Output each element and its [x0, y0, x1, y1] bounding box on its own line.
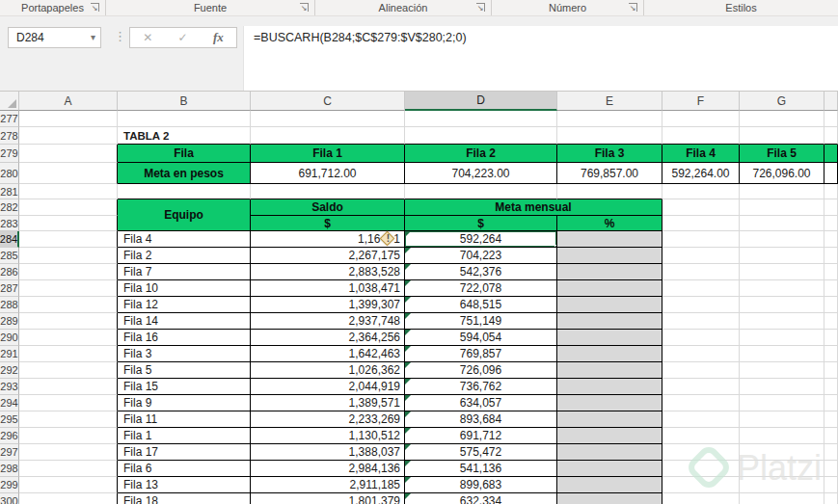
meta-cell[interactable]: 893,684 [405, 411, 557, 428]
saldo-cell[interactable]: 1,642,463 [251, 346, 405, 362]
percent-cell[interactable] [557, 379, 662, 395]
table2-value[interactable]: 691,712.00 [251, 163, 405, 184]
meta-cell[interactable]: 691,712 [405, 428, 557, 444]
row-header[interactable]: 293 [0, 379, 19, 395]
saldo-cell[interactable]: 1,038,471 [251, 280, 405, 297]
saldo-cell[interactable]: 1,399,307 [251, 297, 405, 313]
cell[interactable] [824, 297, 838, 313]
cell[interactable] [19, 111, 118, 127]
percent-cell[interactable] [557, 444, 662, 461]
row-header[interactable]: 282 [0, 199, 19, 216]
team-cell[interactable]: Fila 16 [118, 330, 251, 346]
cell[interactable] [662, 231, 740, 248]
row-header[interactable]: 278 [0, 127, 19, 145]
cell[interactable] [740, 346, 824, 362]
formula-input[interactable]: =BUSCARH(B284;$C$279:$V$280;2;0) [243, 26, 838, 91]
cell[interactable] [824, 127, 838, 145]
column-header-g[interactable]: G [740, 92, 824, 111]
cell[interactable] [662, 477, 740, 493]
cell[interactable] [740, 395, 824, 411]
cancel-icon[interactable]: ✕ [143, 31, 152, 44]
meta-cell[interactable]: 648,515 [405, 297, 557, 313]
cell[interactable] [19, 163, 118, 184]
dialog-launcher-icon[interactable]: ↘ [476, 3, 485, 12]
percent-cell[interactable] [557, 477, 662, 493]
cell[interactable] [740, 264, 824, 280]
cell[interactable] [824, 411, 838, 428]
cell[interactable] [251, 111, 405, 127]
cell[interactable] [19, 411, 118, 428]
cell[interactable] [19, 395, 118, 411]
team-cell[interactable]: Fila 6 [118, 461, 251, 477]
enter-icon[interactable]: ✓ [178, 31, 188, 44]
meta-cell[interactable]: 632,334 [405, 493, 557, 504]
cell[interactable] [19, 379, 118, 395]
cell[interactable] [740, 330, 824, 346]
cell[interactable] [824, 231, 838, 248]
team-cell[interactable]: Fila 5 [118, 362, 251, 379]
cell[interactable] [557, 111, 662, 127]
row-header[interactable]: 279 [0, 145, 19, 163]
column-header-c[interactable]: C [251, 92, 405, 111]
cell[interactable] [19, 477, 118, 493]
cell[interactable] [740, 280, 824, 297]
cell[interactable] [740, 428, 824, 444]
dialog-launcher-icon[interactable]: ↘ [300, 3, 309, 12]
row-header[interactable]: 287 [0, 280, 19, 297]
cell[interactable] [118, 184, 251, 199]
cell[interactable] [19, 428, 118, 444]
saldo-cell[interactable]: 2,937,748 [251, 313, 405, 330]
cell[interactable] [662, 493, 740, 504]
cell[interactable] [19, 346, 118, 362]
cell[interactable] [19, 444, 118, 461]
select-all-button[interactable] [0, 92, 19, 111]
cell[interactable] [740, 297, 824, 313]
table3-header-meta-unit[interactable]: $ [405, 216, 557, 231]
cell[interactable] [251, 184, 405, 199]
team-cell[interactable]: Fila 4 [118, 231, 251, 248]
cell[interactable] [19, 493, 118, 504]
cell[interactable] [662, 127, 740, 145]
cell[interactable] [740, 411, 824, 428]
row-header[interactable]: 292 [0, 362, 19, 379]
cell[interactable] [662, 216, 740, 231]
cell[interactable] [19, 145, 118, 163]
row-header[interactable]: 290 [0, 330, 19, 346]
cell[interactable] [662, 297, 740, 313]
cell[interactable] [824, 280, 838, 297]
meta-cell[interactable]: 736,762 [405, 379, 557, 395]
team-cell[interactable]: Fila 12 [118, 297, 251, 313]
cell[interactable] [740, 313, 824, 330]
table2-header-fila[interactable]: Fila [118, 145, 251, 163]
cell[interactable] [662, 461, 740, 477]
cell[interactable] [740, 111, 824, 127]
cell[interactable] [557, 127, 662, 145]
cell[interactable] [824, 444, 838, 461]
team-cell[interactable]: Fila 17 [118, 444, 251, 461]
name-box[interactable]: D284 ▾ [8, 27, 101, 48]
cell[interactable] [405, 184, 557, 199]
cell[interactable] [662, 379, 740, 395]
row-header[interactable]: 291 [0, 346, 19, 362]
cell[interactable] [740, 184, 824, 199]
table2-header-col[interactable]: Fila 4 [662, 145, 740, 163]
cell[interactable] [19, 184, 118, 199]
cell[interactable] [824, 199, 838, 216]
table2-value[interactable]: 592,264.00 [662, 163, 740, 184]
team-cell[interactable]: Fila 10 [118, 280, 251, 297]
team-cell[interactable]: Fila 7 [118, 264, 251, 280]
percent-cell[interactable] [557, 330, 662, 346]
row-header[interactable]: 299 [0, 477, 19, 493]
saldo-cell[interactable]: 1,16 ! 1 [251, 231, 405, 248]
percent-cell[interactable] [557, 280, 662, 297]
cell[interactable] [662, 411, 740, 428]
cell[interactable] [19, 231, 118, 248]
cell[interactable] [740, 461, 824, 477]
row-header[interactable]: 285 [0, 248, 19, 264]
cell[interactable] [19, 127, 118, 145]
team-cell[interactable]: Fila 18 [118, 493, 251, 504]
cell[interactable] [824, 313, 838, 330]
cell[interactable] [824, 428, 838, 444]
table2-header-col[interactable]: Fila 3 [557, 145, 662, 163]
meta-cell[interactable]: 769,857 [405, 346, 557, 362]
